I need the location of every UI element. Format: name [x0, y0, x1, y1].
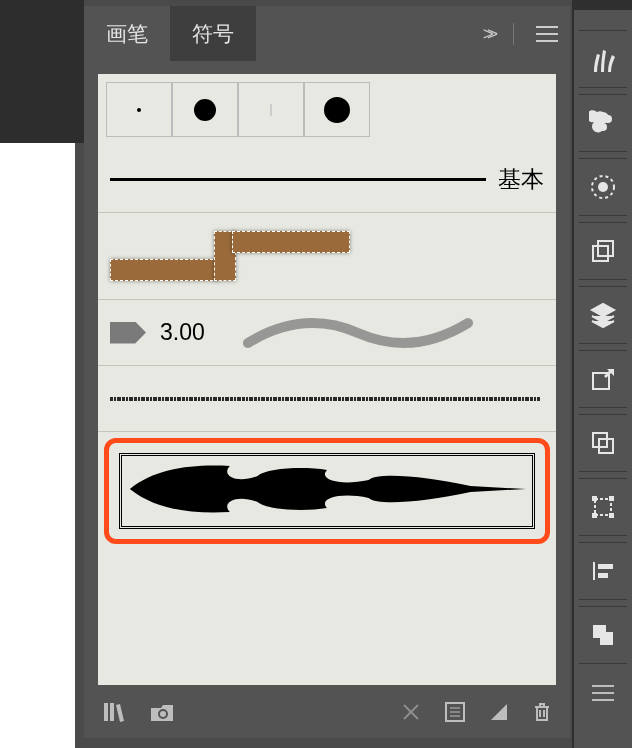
rail-appearance-icon[interactable] [579, 158, 627, 216]
brush-preset-dot-small[interactable] [106, 82, 172, 137]
rail-menu-icon[interactable] [579, 664, 627, 722]
rail-asset-export-icon[interactable] [579, 350, 627, 408]
svg-rect-12 [595, 499, 611, 515]
calligraphic-size: 3.00 [160, 319, 205, 346]
svg-rect-16 [609, 513, 614, 518]
delete-brush-icon[interactable] [532, 701, 552, 723]
rail-align-icon[interactable] [579, 542, 627, 600]
rail-pathfinder-icon[interactable] [579, 414, 627, 472]
brush-preset-dot-large[interactable] [304, 82, 370, 137]
brush-pattern-rope[interactable] [98, 213, 556, 300]
tab-brushes[interactable]: 画笔 [84, 6, 170, 61]
brush-basic-preview [110, 178, 486, 181]
brush-basic-label: 基本 [486, 164, 544, 195]
brush-dot-presets [98, 74, 556, 137]
svg-rect-17 [593, 562, 595, 580]
divider [513, 23, 514, 45]
brushes-panel: 画笔 符号 >> 基本 3.00 [84, 6, 570, 738]
brush-list: 基本 3.00 [98, 74, 556, 685]
svg-point-2 [594, 115, 602, 123]
brush-rope-preview [110, 231, 350, 281]
brush-selected-highlight [104, 438, 550, 544]
svg-rect-14 [609, 496, 614, 501]
brush-libraries-icon[interactable] [102, 701, 126, 723]
collapse-panel-icon[interactable]: >> [483, 23, 491, 45]
new-brush-icon[interactable] [488, 701, 510, 723]
rail-shape-modes-icon[interactable] [579, 606, 627, 664]
remove-stroke-icon[interactable] [400, 701, 422, 723]
svg-rect-7 [598, 241, 613, 256]
svg-rect-21 [600, 632, 613, 645]
brush-calligraphic[interactable]: 3.00 [98, 300, 556, 366]
brush-basic[interactable]: 基本 [98, 147, 556, 213]
brush-preset-line-thin[interactable] [238, 82, 304, 137]
brush-charcoal-thin[interactable] [98, 366, 556, 432]
svg-point-6 [598, 182, 608, 192]
tab-symbols[interactable]: 符号 [170, 6, 256, 61]
rail-brushes-icon[interactable] [579, 30, 627, 88]
rail-layers-icon[interactable] [579, 286, 627, 344]
stroke-options-icon[interactable] [444, 701, 466, 723]
right-tool-rail [572, 0, 632, 748]
calligraphic-tip-icon [110, 322, 146, 344]
panel-menu-icon[interactable] [536, 26, 558, 42]
cc-libraries-icon[interactable] [148, 701, 176, 723]
svg-rect-13 [592, 496, 597, 501]
svg-rect-8 [593, 246, 608, 261]
calligraphic-wave-preview [243, 315, 473, 351]
rail-symbols-icon[interactable] [579, 94, 627, 152]
ink-feather-preview [128, 462, 526, 516]
charcoal-preview [110, 395, 544, 403]
panel-bottom-toolbar [84, 685, 570, 738]
svg-point-3 [604, 115, 612, 123]
brush-preset-dot-medium[interactable] [172, 82, 238, 137]
rail-transform-icon[interactable] [579, 478, 627, 536]
svg-point-4 [599, 123, 607, 131]
panel-tabs: 画笔 符号 >> [84, 6, 570, 61]
svg-rect-15 [592, 513, 597, 518]
svg-rect-19 [598, 573, 608, 578]
svg-rect-18 [598, 564, 613, 569]
brush-ink-feather[interactable] [119, 453, 535, 529]
rail-artboards-icon[interactable] [579, 222, 627, 280]
